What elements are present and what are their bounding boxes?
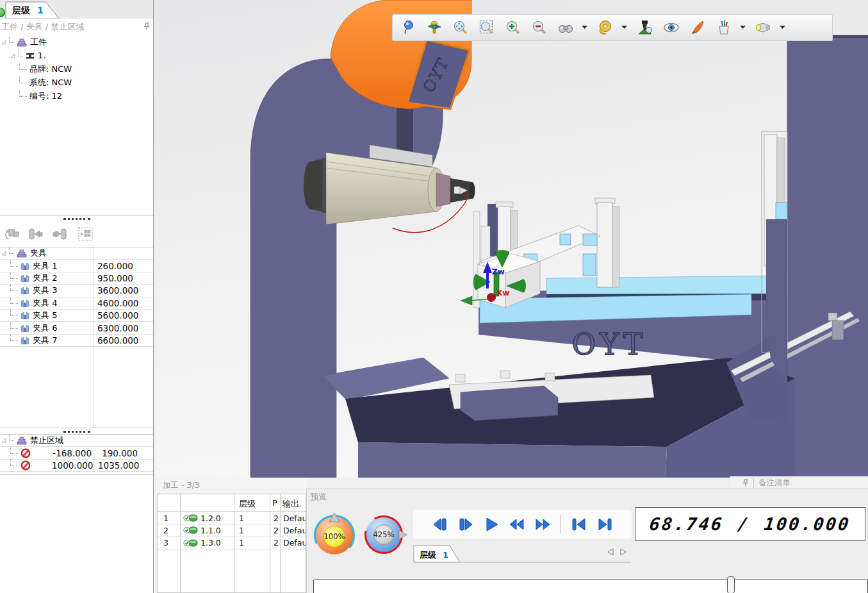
zoom-dynamic-button[interactable] [450, 17, 471, 38]
machine-3d-viewport[interactable]: OYT OYT [154, 0, 868, 478]
machining-row-3[interactable]: 3 1.3.0 1 2 Defau [158, 537, 306, 549]
fixture-icon [20, 262, 29, 271]
measure-dropdown-caret[interactable] [621, 17, 628, 38]
progress-total: 100.000 [763, 514, 852, 534]
pushpin-icon [144, 23, 149, 30]
annotation-dropdown-caret[interactable] [740, 17, 747, 38]
pin-icon [400, 20, 416, 35]
machining-table: 层级 P 输出. 1 1.2.0 1 2 Defau 2 [157, 494, 306, 593]
arrow-left-icon [607, 548, 614, 556]
machine-3d-scene[interactable]: OYT OYT [154, 0, 868, 478]
tab-level-1[interactable]: 层级 1 [5, 1, 64, 19]
expand-toggle-icon[interactable] [1, 438, 6, 443]
notes-panel-header: 备注清单 [730, 476, 868, 489]
machining-table-header: 层级 P 输出. [158, 494, 306, 512]
machining-row-1[interactable]: 1 1.2.0 1 2 Defau [158, 512, 306, 524]
zoom-out-button[interactable] [529, 17, 550, 38]
panel-splitter[interactable] [0, 430, 153, 434]
dropdown-caret-icon [582, 26, 587, 29]
fixture-row-2[interactable]: 夹具 2 950.000 [0, 272, 153, 285]
go-to-start-button[interactable] [569, 515, 589, 534]
go-to-end-button[interactable] [595, 515, 614, 534]
zoom-out-icon [532, 20, 547, 35]
play-button[interactable] [482, 515, 501, 534]
preview-tab-label: 层级 [419, 550, 437, 560]
pin-notes-button[interactable] [741, 478, 751, 489]
workpiece-tree: 工件 1. 品牌: NCW 系统: NCW 编号: 12 [0, 35, 153, 216]
paintbrush-icon [690, 20, 705, 35]
zoom-window-button[interactable] [477, 17, 497, 38]
annotation-tools-button[interactable] [714, 17, 734, 38]
fixture-transfer-button[interactable] [0, 224, 24, 244]
tab-scroll-right-button[interactable] [620, 548, 629, 558]
expand-toggle-icon[interactable] [1, 40, 6, 45]
pin-panel-button[interactable] [142, 22, 152, 32]
zoom-dynamic-icon [453, 20, 468, 35]
tree-item-number[interactable]: 编号: 12 [0, 89, 153, 103]
fixture-row-5[interactable]: 夹具 5 5600.000 [0, 310, 153, 322]
preview-tab-strip: 层级 1 [413, 544, 632, 564]
tab-scroll-left-button[interactable] [607, 548, 616, 558]
fast-forward-button[interactable] [533, 515, 552, 534]
fixture-move-left-button[interactable] [24, 224, 47, 244]
view-orientation-button[interactable] [424, 17, 445, 38]
notes-panel-title: 备注清单 [758, 478, 790, 489]
light-button[interactable] [753, 17, 774, 38]
dropdown-caret-icon [740, 26, 746, 29]
paint-button[interactable] [687, 17, 708, 38]
zoom-dial[interactable]: 425% [363, 514, 408, 556]
forbidden-max: 1035.000 [98, 460, 138, 471]
zoom-dial-value: 425% [373, 530, 395, 539]
fixture-row-3[interactable]: 夹具 3 3600.000 [0, 285, 153, 297]
tree-item-fixture-root[interactable]: 夹具 [0, 247, 153, 260]
scene-tree-panel: 层级 1 工件 / 夹具 / 禁止区域 工件 1. [0, 0, 154, 593]
binoculars-icon [557, 20, 574, 35]
find-dropdown-caret[interactable] [582, 17, 589, 38]
tree-item-forbidden-root[interactable]: 禁止区域 [0, 435, 153, 447]
col-level: 层级 [239, 498, 256, 510]
col-output: 输出. [283, 498, 302, 510]
fixture-row-7[interactable]: 夹具 7 6600.000 [0, 335, 153, 347]
forbidden-row-2[interactable]: 1000.000 1035.000 [0, 460, 153, 472]
part-icon [26, 52, 35, 60]
speed-dial[interactable]: 100% [311, 511, 357, 557]
panel-splitter[interactable] [0, 217, 153, 221]
tree-item-system[interactable]: 系统: NCW [0, 76, 153, 89]
view-orientation-icon [427, 20, 442, 35]
tree-item-brand[interactable]: 品牌: NCW [0, 62, 153, 76]
light-dropdown-caret[interactable] [780, 17, 787, 38]
machining-row-2[interactable]: 2 1.1.0 1 2 Defau [158, 524, 306, 537]
dropdown-caret-icon [780, 26, 785, 29]
pick-pin-button[interactable] [398, 17, 418, 38]
fixture-icon [20, 311, 29, 320]
zoom-in-button[interactable] [503, 17, 523, 38]
fixture-row-6[interactable]: 夹具 6 6300.000 [0, 322, 153, 334]
fixture-move-right-button[interactable] [47, 224, 71, 244]
fixture-value: 260.000 [97, 261, 133, 271]
find-button[interactable] [555, 17, 576, 38]
forbidden-min: 1000.000 [52, 460, 92, 471]
operation-id: 1.1.0 [201, 526, 221, 535]
step-back-button[interactable] [430, 515, 450, 534]
no-entry-icon [20, 460, 31, 471]
step-forward-button[interactable] [456, 515, 475, 534]
measure-button[interactable] [595, 17, 616, 38]
preview-tab-level-1[interactable]: 层级 1 [413, 544, 632, 564]
rewind-icon [509, 516, 525, 533]
timeline-slider-handle[interactable] [727, 576, 735, 593]
tree-item-workpiece-root[interactable]: 工件 [0, 35, 153, 49]
preview-timeline[interactable] [313, 580, 868, 593]
axis-z-label: Zw [492, 267, 505, 276]
rewind-button[interactable] [507, 515, 527, 534]
visibility-button[interactable] [661, 17, 682, 38]
tool-inspect-button[interactable] [635, 17, 655, 38]
preview-panel-title: 预览 [311, 492, 327, 503]
tree-item-part[interactable]: 1. [0, 49, 153, 62]
fixture-assign-button[interactable] [74, 224, 97, 244]
expand-toggle-icon[interactable] [1, 251, 6, 256]
fixture-row-4[interactable]: 夹具 4 4600.000 [0, 297, 153, 310]
forbidden-row-1[interactable]: -168.000 190.000 [0, 447, 153, 459]
fixture-row-1[interactable]: 夹具 1 260.000 [0, 260, 153, 272]
forbidden-area-tree: 禁止区域 -168.000 190.000 1000.000 1035.000 [0, 434, 153, 475]
expand-toggle-icon[interactable] [10, 53, 15, 58]
